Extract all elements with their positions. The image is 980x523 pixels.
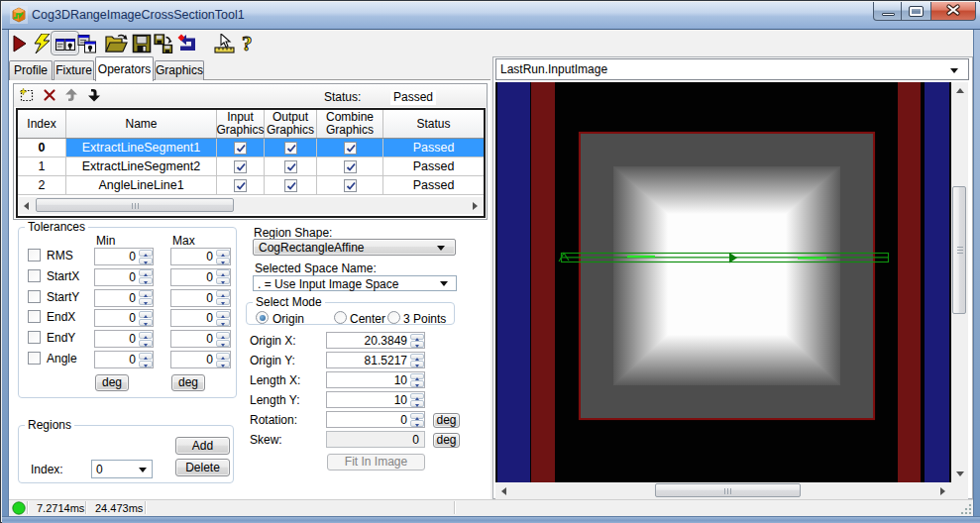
deg-min-button[interactable]: deg — [95, 374, 129, 391]
tolerance-startx-checkbox[interactable] — [28, 269, 41, 282]
grid-row-2[interactable]: 2 AngleLineLine1 Passed — [18, 176, 484, 195]
tab-graphics[interactable]: Graphics — [155, 60, 204, 80]
spin-down-button[interactable] — [139, 340, 153, 347]
column-header-output-graphics[interactable]: OutputGraphics — [265, 110, 317, 138]
scroll-left-icon[interactable] — [501, 487, 506, 495]
column-header-name[interactable]: Name — [66, 110, 217, 138]
spin-down-button[interactable] — [139, 258, 153, 264]
input-graphics-checkbox[interactable] — [234, 179, 247, 192]
tolerance-min-spinner[interactable]: 0 — [94, 351, 154, 368]
selected-space-combobox[interactable]: . = Use Input Image Space — [253, 275, 457, 291]
tolerance-angle-checkbox[interactable] — [28, 352, 41, 365]
spin-down-button[interactable] — [216, 340, 230, 347]
input-graphics-checkbox[interactable] — [234, 160, 247, 173]
column-header-combine-graphics[interactable]: CombineGraphics — [317, 110, 383, 138]
rotation-spinner[interactable]: 0 — [326, 411, 425, 428]
spin-down-button[interactable] — [410, 400, 424, 407]
grid-row-1[interactable]: 1 ExtractLineSegment2 Passed — [18, 157, 484, 176]
tolerance-rms-checkbox[interactable] — [28, 249, 41, 262]
reset-tool-button[interactable] — [177, 34, 197, 53]
spin-down-button[interactable] — [139, 319, 153, 326]
origin-x-spinner[interactable]: 20.3849 — [326, 332, 425, 349]
display-source-combobox[interactable]: LastRun.InputImage — [495, 58, 969, 80]
spin-up-button[interactable] — [139, 311, 153, 318]
tolerance-endx-checkbox[interactable] — [28, 310, 41, 323]
spin-up-button[interactable] — [216, 311, 230, 318]
tolerance-max-spinner[interactable]: 0 — [170, 351, 231, 368]
scroll-right-icon[interactable] — [473, 202, 478, 210]
cell-combine-graphics[interactable] — [317, 176, 383, 194]
close-button[interactable] — [930, 2, 976, 21]
spin-up-button[interactable] — [139, 332, 153, 339]
display-vertical-scrollbar[interactable] — [951, 82, 968, 482]
new-operator-button[interactable] — [20, 88, 34, 102]
run-button[interactable] — [11, 34, 31, 53]
skew-deg-button[interactable]: deg — [433, 433, 460, 448]
spin-down-button[interactable] — [139, 277, 153, 284]
cell-input-graphics[interactable] — [217, 139, 265, 157]
deg-max-button[interactable]: deg — [171, 374, 205, 391]
spin-down-button[interactable] — [216, 258, 230, 264]
radio-3points[interactable] — [387, 311, 400, 324]
spin-up-button[interactable] — [216, 353, 230, 360]
spin-down-button[interactable] — [410, 380, 424, 387]
output-graphics-checkbox[interactable] — [284, 142, 297, 155]
save-subset-button[interactable] — [154, 34, 173, 53]
spin-down-button[interactable] — [216, 319, 230, 326]
spin-up-button[interactable] — [216, 250, 230, 257]
spin-up-button[interactable] — [139, 353, 153, 360]
minimize-button[interactable] — [873, 2, 902, 21]
spin-up-button[interactable] — [139, 290, 153, 297]
spin-down-button[interactable] — [410, 420, 424, 427]
grid-row-0[interactable]: 0 ExtractLineSegment1 Passed — [18, 139, 484, 157]
output-graphics-checkbox[interactable] — [284, 160, 297, 173]
spin-up-button[interactable] — [216, 290, 230, 297]
show-result-icon[interactable] — [55, 38, 75, 52]
cell-status[interactable]: Passed — [383, 176, 484, 194]
column-header-input-graphics[interactable]: InputGraphics — [217, 110, 265, 138]
tolerance-max-spinner[interactable]: 0 — [170, 248, 231, 265]
skew-field[interactable]: 0 — [326, 431, 425, 448]
move-up-button[interactable] — [64, 88, 78, 102]
spin-down-button[interactable] — [139, 298, 153, 305]
grid-horizontal-scrollbar[interactable] — [18, 197, 484, 214]
open-file-button[interactable] — [105, 34, 129, 53]
column-header-status[interactable]: Status — [383, 110, 484, 138]
spin-up-button[interactable] — [410, 354, 424, 361]
region-index-combobox[interactable]: 0 — [91, 460, 153, 478]
combine-graphics-checkbox[interactable] — [344, 142, 357, 155]
tolerance-min-spinner[interactable]: 0 — [94, 330, 154, 348]
length-y-spinner[interactable]: 10 — [326, 391, 425, 408]
tolerance-min-spinner[interactable]: 0 — [94, 289, 154, 307]
cell-output-graphics[interactable] — [265, 157, 317, 175]
spin-down-button[interactable] — [216, 277, 230, 284]
spin-up-button[interactable] — [410, 334, 424, 341]
cell-index[interactable]: 0 — [18, 139, 66, 157]
grid-scrollbar-thumb[interactable] — [36, 198, 234, 212]
run-electric-button[interactable] — [31, 34, 51, 53]
radio-origin[interactable] — [256, 311, 269, 324]
length-x-spinner[interactable]: 10 — [326, 371, 425, 388]
rotation-deg-button[interactable]: deg — [433, 413, 460, 428]
spin-up-button[interactable] — [139, 250, 153, 257]
cell-input-graphics[interactable] — [217, 176, 265, 194]
cell-input-graphics[interactable] — [217, 157, 265, 175]
tab-fixture[interactable]: Fixture — [54, 60, 94, 80]
cell-output-graphics[interactable] — [265, 176, 317, 194]
tolerance-max-spinner[interactable]: 0 — [170, 289, 231, 307]
cell-index[interactable]: 1 — [18, 157, 66, 175]
tolerance-starty-checkbox[interactable] — [28, 290, 41, 303]
delete-operator-button[interactable] — [43, 88, 56, 102]
combine-graphics-checkbox[interactable] — [344, 179, 357, 192]
scroll-up-icon[interactable] — [956, 88, 964, 93]
cell-status[interactable]: Passed — [383, 157, 484, 175]
cell-name[interactable]: ExtractLineSegment1 — [66, 139, 217, 157]
tolerance-max-spinner[interactable]: 0 — [170, 309, 231, 327]
cell-name[interactable]: AngleLineLine1 — [66, 176, 217, 194]
region-shape-combobox[interactable]: CogRectangleAffine — [253, 239, 456, 256]
spin-up-button[interactable] — [216, 332, 230, 339]
spin-down-button[interactable] — [410, 361, 424, 367]
float-result-window-button[interactable] — [77, 34, 97, 53]
spin-down-button[interactable] — [216, 298, 230, 305]
add-button[interactable]: Add — [175, 437, 230, 455]
